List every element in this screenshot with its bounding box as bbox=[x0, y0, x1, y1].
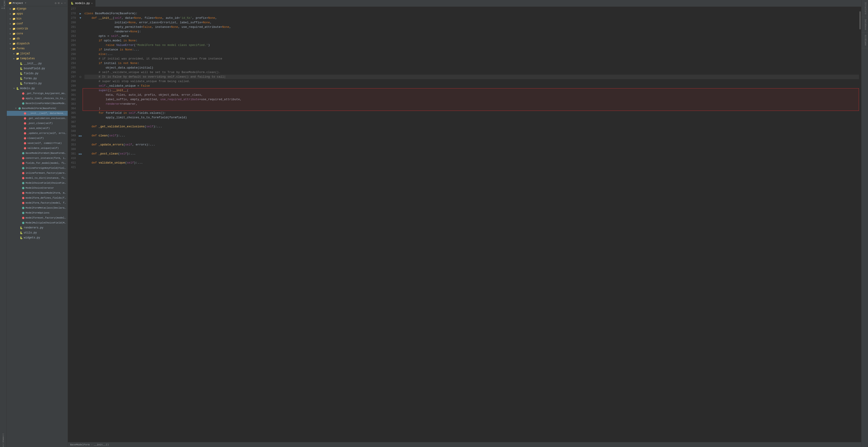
code-content[interactable]: class BaseModelForm(BaseForm): def __ini… bbox=[83, 7, 859, 442]
right-panels: Structure Database GitBlame bbox=[861, 0, 868, 447]
tree-item-ModelForm[interactable]: ▶ ⬤ ModelForm(BaseModelForm, metaclass=M… bbox=[7, 191, 68, 196]
tree-item-templates[interactable]: ▶ 📁 templates bbox=[7, 56, 68, 61]
tree-item-save[interactable]: ▶ ⬤ save(self, commit=True) bbox=[7, 141, 68, 146]
fold-arrow-279[interactable]: ▼ bbox=[80, 16, 81, 20]
tree-item-ModelMultipleChoiceField[interactable]: ▶ ⬤ ModelMultipleChoiceField(ModelChoice… bbox=[7, 220, 68, 225]
chevron-right-icon: ▶ bbox=[12, 57, 16, 60]
tree-item-init-py[interactable]: ▶ 🐍 __init__.py bbox=[7, 61, 68, 66]
settings-icon[interactable]: ⚙ bbox=[55, 1, 57, 5]
tree-item-BaseInlineFormSet[interactable]: ▶ ⬤ BaseInlineFormSet(BaseModelFormSet) bbox=[7, 101, 68, 106]
tree-item-renderers[interactable]: ▶ 🐍 renderers.py bbox=[7, 225, 68, 230]
tree-item-post-clean[interactable]: ▶ ⬤ _post_clean(self) bbox=[7, 121, 68, 126]
tab-models-py[interactable]: 🐍 models.py ✕ bbox=[68, 0, 96, 6]
class-icon: ⬤ bbox=[21, 102, 25, 105]
tab-close-icon[interactable]: ✕ bbox=[91, 2, 93, 5]
tree-item-clean[interactable]: ▶ ⬤ clean(self) bbox=[7, 136, 68, 141]
tree-item-BaseModelForm[interactable]: ▼ ⬤ BaseModelForm(BaseForm) bbox=[7, 106, 68, 111]
fold-arrow-381b[interactable]: ▶ bbox=[81, 152, 82, 156]
tree-item-db[interactable]: ▶ 📁 db bbox=[7, 36, 68, 41]
activity-project[interactable]: 1: Project bbox=[0, 1, 6, 7]
tree-item-validate-unique[interactable]: ▶ ⬤ validate_unique(self) bbox=[7, 146, 68, 151]
tree-item-init-selected[interactable]: ▶ ⬤ __init__(self, data=None, files=None… bbox=[7, 111, 68, 116]
tree-item-apps[interactable]: ▶ 📁 apps bbox=[7, 11, 68, 16]
tree-item-boundfield[interactable]: ▶ 🐍 boundfield.py bbox=[7, 66, 68, 71]
tree-item-contrib[interactable]: ▶ 📁 contrib bbox=[7, 26, 68, 31]
tree-item-modelform-factory[interactable]: ▶ ⬤ modelform_factory(model, form=ModelF… bbox=[7, 200, 68, 205]
sidebar-tree: ▶ 📁 django ▶ 📁 apps ▶ 📁 bin ▶ 📁 conf bbox=[7, 6, 68, 447]
tree-item-BaseModelFormSet[interactable]: ▶ ⬤ BaseModelFormSet(BaseFormSet) bbox=[7, 151, 68, 156]
tree-item-model-to-dict[interactable]: ▶ ⬤ model_to_dict(instance, fields=None,… bbox=[7, 176, 68, 180]
right-panel-structure[interactable]: Structure bbox=[862, 0, 868, 17]
tree-item-dispatch[interactable]: ▶ 📁 dispatch bbox=[7, 41, 68, 46]
fold-arrow-278[interactable]: ▶ bbox=[80, 12, 81, 15]
method-icon: ⬤ bbox=[21, 176, 25, 180]
folder-icon: 📁 bbox=[12, 22, 16, 26]
method-icon: ⬤ bbox=[23, 136, 27, 140]
code-line-280: initial=None, error_class=ErrorList, lab… bbox=[85, 20, 859, 25]
activity-favorites[interactable]: Favorites bbox=[0, 441, 6, 447]
tree-item-jinja2[interactable]: ▶ 📁 jinja2 bbox=[7, 51, 68, 56]
python-file-icon: 🐍 bbox=[20, 226, 23, 230]
code-line-281: empty_permitted=False, instance=None, us… bbox=[85, 25, 859, 29]
minimize-icon[interactable]: ─ bbox=[64, 1, 66, 5]
chevron-right-icon: ▶ bbox=[12, 52, 16, 55]
tree-item-fields-for-model[interactable]: ▶ ⬤ fields_for_model(model, fields=None,… bbox=[7, 161, 68, 166]
tree-item-apply-limit[interactable]: ▶ ⬤ apply_limit_choices_to_to_formfield(… bbox=[7, 96, 68, 101]
breadcrumb-part2[interactable]: __init__() bbox=[94, 443, 109, 446]
code-line-380 bbox=[85, 147, 859, 151]
tree-item-ModelFormOptions[interactable]: ▶ ⬤ ModelFormOptions bbox=[7, 210, 68, 215]
tree-item-update-errors[interactable]: ▶ ⬤ _update_errors(self, errors) bbox=[7, 131, 68, 136]
tree-item-core[interactable]: ▶ 📁 core bbox=[7, 31, 68, 36]
python-file-icon: 🐍 bbox=[20, 62, 23, 65]
scrollbar-thumb[interactable] bbox=[859, 11, 861, 29]
fold-arrow-349a[interactable]: ▶ bbox=[79, 134, 81, 137]
method-icon: ⬤ bbox=[23, 141, 27, 145]
class-icon: ⬤ bbox=[21, 166, 25, 170]
right-panel-database[interactable]: Database bbox=[862, 17, 868, 33]
tree-item-fields[interactable]: ▶ 🐍 fields.py bbox=[7, 71, 68, 76]
folder-icon: 📁 bbox=[12, 12, 16, 15]
tree-item-forms[interactable]: ▼ 📂 forms bbox=[7, 46, 68, 51]
tree-item-inlineformset-factory[interactable]: ▶ ⬤ inlineformset_factory(parent_model, … bbox=[7, 171, 68, 176]
tree-item-get-validation[interactable]: ▶ ⬤ _get_validation_exclusions(self) bbox=[7, 116, 68, 121]
python-file-icon: 🐍 bbox=[20, 82, 23, 85]
breadcrumb-part1[interactable]: BaseModelForm bbox=[70, 443, 90, 446]
tree-item-save-m2m[interactable]: ▶ ⬤ _save_m2m(self) bbox=[7, 126, 68, 131]
tree-item-forms-py[interactable]: ▶ 🐍 forms.py bbox=[7, 76, 68, 81]
tree-item-modelform-defines[interactable]: ▶ ⬤ modelform_defines_fields(form_class) bbox=[7, 196, 68, 200]
tab-label: models.py bbox=[75, 2, 90, 5]
layout-icon[interactable]: ⊞ bbox=[58, 1, 60, 5]
fold-arrow-349b[interactable]: ▶ bbox=[81, 134, 82, 137]
tree-item-formsets[interactable]: ▶ 🐍 formsets.py bbox=[7, 81, 68, 86]
fold-arrow-381a[interactable]: ▶ bbox=[79, 152, 81, 156]
tree-item-ModelChoiceField[interactable]: ▶ ⬤ ModelChoiceField(ChoiceField) bbox=[7, 180, 68, 185]
tree-item-utils[interactable]: ▶ 🐍 utils.py bbox=[7, 230, 68, 235]
vertical-scrollbar[interactable] bbox=[859, 7, 861, 442]
gear-icon[interactable]: ✦ bbox=[61, 1, 63, 5]
class-icon: ⬤ bbox=[21, 181, 25, 185]
tree-item-bin[interactable]: ▶ 📁 bin bbox=[7, 16, 68, 21]
code-wrapper: 277 278 279 280 281 282 283 284 285 286 … bbox=[68, 7, 861, 442]
tree-item-django[interactable]: ▶ 📁 django bbox=[7, 6, 68, 11]
tree-item-conf[interactable]: ▶ 📁 conf bbox=[7, 21, 68, 26]
code-line-299: self._validate_unique = False bbox=[85, 84, 859, 88]
method-icon: ⬤ bbox=[21, 196, 25, 200]
chevron-right-icon: ▶ bbox=[9, 23, 12, 25]
code-line-303: renderer=renderer, bbox=[85, 102, 859, 106]
tree-item-InlineForeignKeyField[interactable]: ▶ ⬤ InlineForeignKeyField(Field) bbox=[7, 166, 68, 171]
sidebar-title: 📁 Project ▼ bbox=[9, 2, 26, 4]
sidebar: 📁 Project ▼ ⚙ ⊞ ✦ ─ ▶ 📁 django ▶ 📁 apps bbox=[7, 0, 68, 447]
method-icon: ⬤ bbox=[23, 131, 27, 135]
tree-item-ModelFormMetaclass[interactable]: ▶ ⬤ ModelFormMetaclass(DeclarativeFields… bbox=[7, 205, 68, 210]
tree-item-construct-instance[interactable]: ▶ ⬤ construct_instance(form, instance, f… bbox=[7, 156, 68, 161]
tree-item-modelformset-factory[interactable]: ▶ ⬤ modelformset_factory(model, form=Mod… bbox=[7, 215, 68, 220]
right-panel-gitblame[interactable]: GitBlame bbox=[862, 33, 868, 48]
tree-item-get-foreign-key[interactable]: ▶ ⬤ _get_foreign_key(parent_model, model… bbox=[7, 91, 68, 96]
python-file-icon: 🐍 bbox=[20, 72, 23, 75]
method-icon: ⬤ bbox=[21, 92, 25, 95]
code-line-277 bbox=[85, 7, 859, 11]
tree-item-widgets[interactable]: ▶ 🐍 widgets.py bbox=[7, 235, 68, 240]
tree-item-models-py[interactable]: ▼ 🐍 models.py bbox=[7, 86, 68, 91]
tree-item-ModelChoiceIterator[interactable]: ▶ ⬤ ModelChoiceIterator bbox=[7, 185, 68, 191]
code-line-298: # super will stop validate_unique from b… bbox=[85, 79, 859, 84]
